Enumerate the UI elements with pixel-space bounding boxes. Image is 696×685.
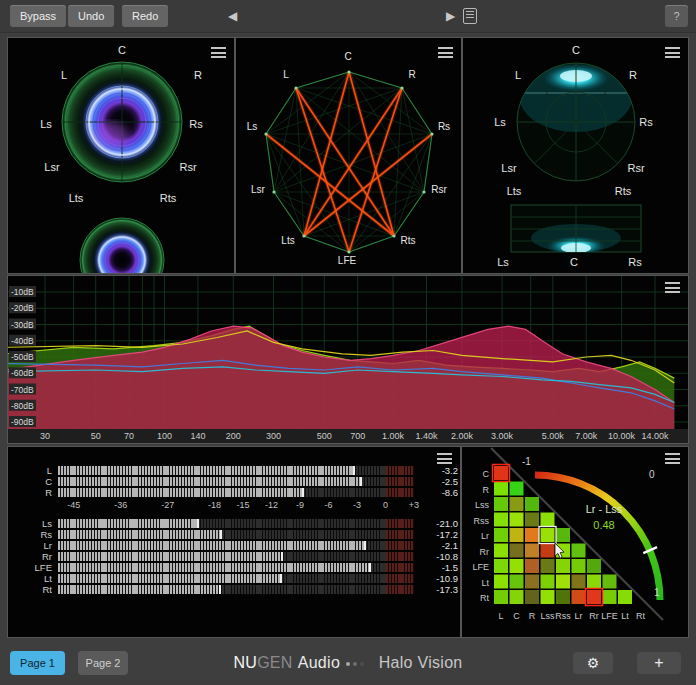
web-label-Rts: Rts xyxy=(401,235,416,246)
matrix-cell-Rr-Lss[interactable] xyxy=(541,544,555,558)
matrix-cell-LFE-Rss[interactable] xyxy=(556,559,570,573)
matrix-cell-LFE-Lr[interactable] xyxy=(572,559,586,573)
matrix-cell-Rt-Lr[interactable] xyxy=(572,590,586,604)
meter-channel-label: R xyxy=(8,488,52,497)
web-edge xyxy=(394,192,424,236)
brand-dot xyxy=(360,662,364,666)
meter-rows: L-3.2C-2.5R-8.6Ls-21.0Rs-17.2Lr-2.1Rr-10… xyxy=(8,447,460,637)
matrix-cell-Lt-R[interactable] xyxy=(525,575,539,589)
location-label-bottom-rs: Rs xyxy=(628,256,642,268)
meter-fill xyxy=(58,477,362,486)
panel-menu-icon[interactable] xyxy=(665,47,680,58)
matrix-cell-Rr-L[interactable] xyxy=(494,544,508,558)
meter-peak-marker xyxy=(364,541,366,550)
location-label-r: R xyxy=(629,69,637,81)
preset-list-icon[interactable] xyxy=(463,8,477,24)
meter-value: -2.1 xyxy=(420,541,458,550)
matrix-col-label-Lt: Lt xyxy=(621,611,629,621)
meter-row-Ls: Ls-21.0 xyxy=(8,519,460,528)
matrix-cell-Rss-C[interactable] xyxy=(510,513,524,527)
matrix-cell-Rt-Lt[interactable] xyxy=(618,590,632,604)
matrix-cell-Lt-Rr[interactable] xyxy=(587,575,601,589)
panel-menu-icon[interactable] xyxy=(665,453,680,464)
meter-red-zone xyxy=(386,477,414,486)
undo-button[interactable]: Undo xyxy=(68,5,114,27)
panel-menu-icon[interactable] xyxy=(211,47,226,58)
freq-tick-label: 14.00k xyxy=(641,431,669,441)
web-node-LFE xyxy=(347,250,350,253)
meter-peak-marker xyxy=(369,563,371,572)
help-button[interactable]: ? xyxy=(665,5,688,27)
matrix-cell-Lr-R[interactable] xyxy=(525,528,539,542)
matrix-cell-C-L[interactable] xyxy=(494,466,508,480)
panel-menu-icon[interactable] xyxy=(437,453,452,464)
meter-scale-label: -3 xyxy=(353,500,361,510)
matrix-cell-R-L[interactable] xyxy=(494,482,508,496)
next-preset-icon[interactable]: ▶ xyxy=(446,9,455,23)
meter-fill xyxy=(58,563,371,572)
matrix-cell-Lt-LFE[interactable] xyxy=(603,575,617,589)
web-node-Rts xyxy=(392,234,395,237)
matrix-cell-LFE-Lss[interactable] xyxy=(541,559,555,573)
add-module-button[interactable]: + xyxy=(637,652,681,674)
matrix-cell-LFE-C[interactable] xyxy=(510,559,524,573)
web-node-Rsr xyxy=(422,190,425,193)
meter-row-Lr: Lr-2.1 xyxy=(8,541,460,550)
meter-scale-label: -18 xyxy=(208,500,221,510)
meter-red-zone xyxy=(386,563,414,572)
settings-button[interactable]: ⚙ xyxy=(573,652,613,674)
matrix-cell-Rr-C[interactable] xyxy=(510,544,524,558)
matrix-cell-Lt-Lss[interactable] xyxy=(541,575,555,589)
matrix-cell-Rt-Lss[interactable] xyxy=(541,590,555,604)
meter-red-zone xyxy=(386,552,414,561)
matrix-cell-Rss-R[interactable] xyxy=(525,513,539,527)
meter-value: -8.6 xyxy=(420,488,458,497)
matrix-col-label-Lss: Lss xyxy=(540,611,555,621)
matrix-cell-Lr-Rss[interactable] xyxy=(556,528,570,542)
matrix-cell-Rt-Rr[interactable] xyxy=(587,590,601,604)
matrix-cell-Rss-Lss[interactable] xyxy=(541,513,555,527)
matrix-cell-Rt-Rss[interactable] xyxy=(556,590,570,604)
web-edge xyxy=(402,88,432,134)
matrix-cell-LFE-R[interactable] xyxy=(525,559,539,573)
meter-peak-marker xyxy=(360,477,362,486)
surround-label-l: L xyxy=(61,69,67,81)
matrix-cell-Rt-L[interactable] xyxy=(494,590,508,604)
meter-red-zone xyxy=(386,530,414,539)
matrix-cell-Lt-Rss[interactable] xyxy=(556,575,570,589)
matrix-cell-Lt-Lr[interactable] xyxy=(572,575,586,589)
matrix-cell-Lr-C[interactable] xyxy=(510,528,524,542)
meter-bar-Lt xyxy=(58,574,414,583)
matrix-cell-Lss-C[interactable] xyxy=(510,497,524,511)
previous-preset-icon[interactable]: ◀ xyxy=(228,9,237,23)
matrix-cell-Rss-L[interactable] xyxy=(494,513,508,527)
matrix-cell-Lr-L[interactable] xyxy=(494,528,508,542)
redo-button[interactable]: Redo xyxy=(122,5,168,27)
web-edge xyxy=(296,72,349,88)
matrix-cell-Rt-R[interactable] xyxy=(525,590,539,604)
matrix-cell-Rr-R[interactable] xyxy=(525,544,539,558)
matrix-cell-Lt-C[interactable] xyxy=(510,575,524,589)
matrix-cell-Rt-C[interactable] xyxy=(510,590,524,604)
bypass-button[interactable]: Bypass xyxy=(10,5,66,27)
matrix-cell-LFE-L[interactable] xyxy=(494,559,508,573)
surround-label-ls: Ls xyxy=(40,118,52,130)
meter-fill xyxy=(58,488,304,497)
matrix-cell-Rt-LFE[interactable] xyxy=(603,590,617,604)
surround-label-r: R xyxy=(194,69,202,81)
panel-menu-icon[interactable] xyxy=(438,47,453,58)
meter-peak-marker xyxy=(220,530,222,539)
meter-row-L: L-3.2 xyxy=(8,466,460,475)
spectrum-graphic: 3050701001402003005007001.00k1.40k2.00k3… xyxy=(8,276,688,443)
matrix-cell-Lss-L[interactable] xyxy=(494,497,508,511)
matrix-cell-R-C[interactable] xyxy=(510,482,524,496)
web-line xyxy=(274,88,402,192)
panel-menu-icon[interactable] xyxy=(665,282,680,293)
matrix-cell-Lt-L[interactable] xyxy=(494,575,508,589)
matrix-cell-Lr-Lss[interactable] xyxy=(541,528,555,542)
meter-bar-R xyxy=(58,488,414,497)
meter-peak-marker xyxy=(219,585,221,594)
matrix-cell-Rr-Lr[interactable] xyxy=(572,544,586,558)
matrix-cell-LFE-Rr[interactable] xyxy=(587,559,601,573)
matrix-cell-Lss-R[interactable] xyxy=(525,497,539,511)
